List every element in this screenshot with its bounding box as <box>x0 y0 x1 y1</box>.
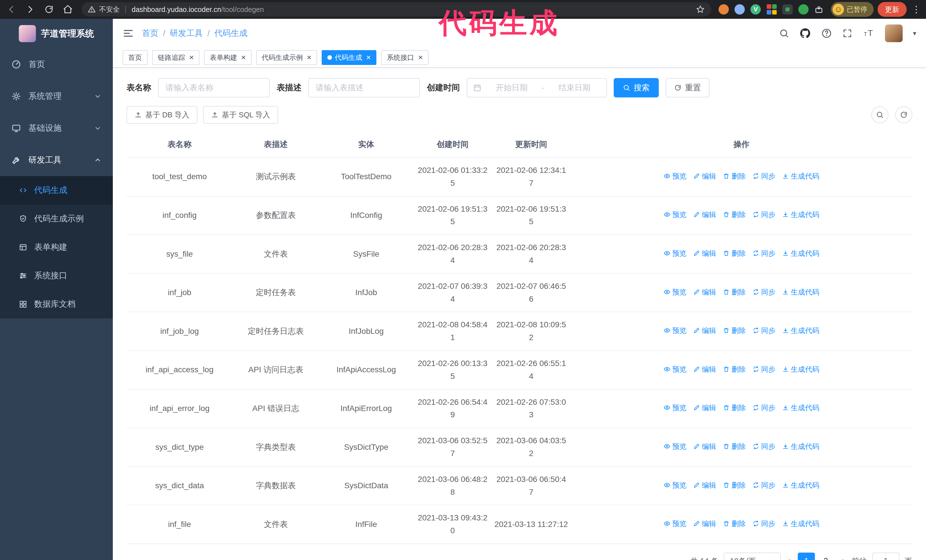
row-action-download[interactable]: 生成代码 <box>782 286 819 298</box>
close-tab-icon[interactable]: × <box>366 54 371 62</box>
row-action-eye[interactable]: 预览 <box>664 402 686 413</box>
reset-button[interactable]: 重置 <box>666 78 710 97</box>
sidebar-subitem-system-api[interactable]: 系统接口 <box>0 261 113 290</box>
row-action-sync[interactable]: 同步 <box>752 518 775 529</box>
row-action-download[interactable]: 生成代码 <box>782 248 819 259</box>
update-button[interactable]: 更新 <box>878 2 906 17</box>
extension-icon-6[interactable] <box>798 4 809 15</box>
extension-icon-5[interactable] <box>782 4 793 15</box>
home-icon[interactable] <box>62 3 74 16</box>
row-action-edit[interactable]: 编辑 <box>693 479 716 491</box>
browser-menu-kebab-icon[interactable]: ⋮ <box>912 5 921 14</box>
import-sql-button[interactable]: 基于 SQL 导入 <box>203 106 278 124</box>
row-action-trash[interactable]: 删除 <box>723 248 746 259</box>
row-action-eye[interactable]: 预览 <box>664 518 686 529</box>
sidebar-item-devtools[interactable]: 研发工具 <box>0 144 113 176</box>
extension-icon-4[interactable] <box>766 4 777 15</box>
row-action-trash[interactable]: 删除 <box>723 171 746 182</box>
row-action-edit[interactable]: 编辑 <box>693 325 716 336</box>
toggle-search-button[interactable] <box>871 106 888 123</box>
bookmark-star-icon[interactable] <box>696 5 705 14</box>
row-action-sync[interactable]: 同步 <box>752 248 775 259</box>
close-tab-icon[interactable]: × <box>189 54 194 62</box>
row-action-download[interactable]: 生成代码 <box>782 171 819 182</box>
date-range-picker[interactable]: 开始日期 - 结束日期 <box>467 78 607 97</box>
back-icon[interactable] <box>5 3 18 16</box>
extension-icon-1[interactable] <box>719 4 729 15</box>
row-action-trash[interactable]: 删除 <box>723 325 746 336</box>
table-name-input[interactable] <box>158 78 270 97</box>
row-action-trash[interactable]: 删除 <box>723 479 746 491</box>
tab-item[interactable]: 表单构建× <box>204 50 251 65</box>
close-tab-icon[interactable]: × <box>307 54 312 62</box>
tab-item[interactable]: 系统接口× <box>381 50 428 65</box>
row-action-edit[interactable]: 编辑 <box>693 518 716 529</box>
tab-item[interactable]: 链路追踪× <box>152 50 200 65</box>
row-action-eye[interactable]: 预览 <box>664 441 686 452</box>
sidebar-subitem-codegen[interactable]: 代码生成 <box>0 176 113 205</box>
row-action-eye[interactable]: 预览 <box>664 209 686 220</box>
row-action-edit[interactable]: 编辑 <box>693 209 716 220</box>
reload-icon[interactable] <box>43 3 55 16</box>
row-action-sync[interactable]: 同步 <box>752 479 775 491</box>
refresh-table-button[interactable] <box>895 106 912 123</box>
goto-page-input[interactable] <box>872 552 899 560</box>
row-action-sync[interactable]: 同步 <box>752 325 775 336</box>
forward-icon[interactable] <box>24 3 36 16</box>
github-icon[interactable] <box>799 28 811 39</box>
close-tab-icon[interactable]: × <box>418 54 422 62</box>
row-action-edit[interactable]: 编辑 <box>693 441 716 452</box>
search-button[interactable]: 搜索 <box>614 78 659 97</box>
next-page-button[interactable]: › <box>841 556 846 560</box>
header-search-icon[interactable] <box>779 28 789 38</box>
row-action-trash[interactable]: 删除 <box>723 402 746 413</box>
sidebar-item-home[interactable]: 首页 <box>0 48 113 80</box>
page-size-select[interactable]: 10条/页 ▾ <box>724 552 781 560</box>
avatar-caret-down-icon[interactable]: ▾ <box>913 29 916 37</box>
tab-item[interactable]: 代码生成示例× <box>256 50 317 65</box>
font-size-icon[interactable]: TT <box>863 27 875 39</box>
address-bar[interactable]: 不安全 dashboard.yudao.iocoder.cn/tool/code… <box>82 2 711 17</box>
row-action-sync[interactable]: 同步 <box>752 441 775 452</box>
row-action-edit[interactable]: 编辑 <box>693 402 716 413</box>
tab-item[interactable]: 代码生成× <box>322 50 377 65</box>
breadcrumb-item[interactable]: 首页 <box>142 28 159 39</box>
row-action-eye[interactable]: 预览 <box>664 286 686 298</box>
row-action-edit[interactable]: 编辑 <box>693 248 716 259</box>
row-action-trash[interactable]: 删除 <box>723 364 746 375</box>
help-icon[interactable] <box>821 28 832 39</box>
row-action-sync[interactable]: 同步 <box>752 286 775 298</box>
table-desc-input[interactable] <box>308 78 420 97</box>
sidebar-subitem-db-doc[interactable]: 数据库文档 <box>0 290 113 318</box>
row-action-edit[interactable]: 编辑 <box>693 171 716 182</box>
fullscreen-icon[interactable] <box>842 28 852 38</box>
row-action-eye[interactable]: 预览 <box>664 248 686 259</box>
user-avatar[interactable] <box>885 24 903 42</box>
vue-devtools-icon[interactable]: V <box>750 4 761 15</box>
row-action-download[interactable]: 生成代码 <box>782 325 819 336</box>
sidebar-subitem-codegen-demo[interactable]: 代码生成示例 <box>0 205 113 233</box>
page-number-button[interactable]: 1 <box>798 552 815 560</box>
row-action-download[interactable]: 生成代码 <box>782 364 819 375</box>
row-action-eye[interactable]: 预览 <box>664 364 686 375</box>
row-action-download[interactable]: 生成代码 <box>782 402 819 413</box>
app-logo[interactable]: 芋道管理系统 <box>0 19 113 48</box>
row-action-sync[interactable]: 同步 <box>752 364 775 375</box>
sidebar-subitem-form-builder[interactable]: 表单构建 <box>0 233 113 261</box>
row-action-download[interactable]: 生成代码 <box>782 479 819 491</box>
row-action-edit[interactable]: 编辑 <box>693 364 716 375</box>
close-tab-icon[interactable]: × <box>241 54 246 62</box>
import-db-button[interactable]: 基于 DB 导入 <box>127 106 197 124</box>
prev-page-button[interactable]: ‹ <box>786 556 792 560</box>
row-action-trash[interactable]: 删除 <box>723 518 746 529</box>
extensions-puzzle-icon[interactable] <box>814 5 823 14</box>
breadcrumb-item[interactable]: 研发工具 <box>170 28 203 39</box>
row-action-trash[interactable]: 删除 <box>723 441 746 452</box>
extension-icon-2[interactable] <box>735 4 745 15</box>
tab-item[interactable]: 首页 <box>123 50 148 65</box>
row-action-sync[interactable]: 同步 <box>752 209 775 220</box>
row-action-sync[interactable]: 同步 <box>752 171 775 182</box>
sidebar-item-system[interactable]: 系统管理 <box>0 80 113 112</box>
profile-badge[interactable]: ☺ 已暂停 <box>831 2 873 17</box>
row-action-eye[interactable]: 预览 <box>664 171 686 182</box>
